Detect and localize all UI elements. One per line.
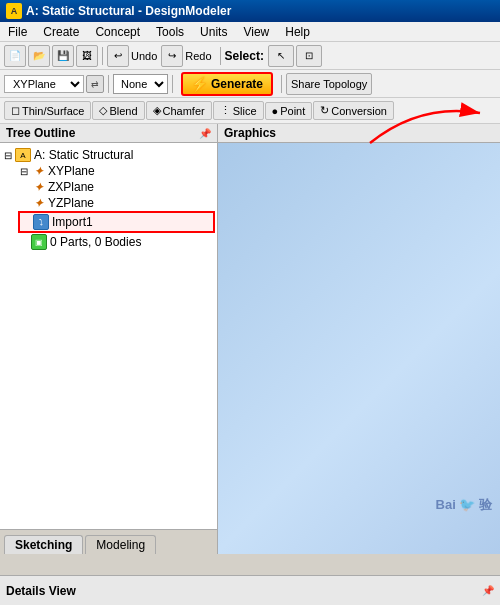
menu-bar: File Create Concept Tools Units View Hel… — [0, 22, 500, 42]
watermark: Bai 🐦 验 — [436, 496, 492, 514]
body-icon: ▣ — [31, 234, 47, 250]
conversion-icon: ↻ — [320, 104, 329, 117]
tree-item-root[interactable]: ⊟ A A: Static Structural — [2, 147, 215, 163]
new-btn[interactable]: 📄 — [4, 45, 26, 67]
tree-item-zxplane[interactable]: ⊟ ✦ ZXPlane — [18, 179, 215, 195]
bottom-tabs: Sketching Modeling — [0, 529, 217, 554]
tree-item-xyplane[interactable]: ⊟ ✦ XYPlane — [18, 163, 215, 179]
blend-icon: ◇ — [99, 104, 107, 117]
toolbar1: 📄 📂 💾 🖼 ↩ Undo ↪ Redo Select: ↖ ⊡ — [0, 42, 500, 70]
expand-icon: ⊟ — [4, 150, 12, 161]
tab-modeling[interactable]: Modeling — [85, 535, 156, 554]
slice-icon: ⋮ — [220, 104, 231, 117]
menu-units[interactable]: Units — [196, 24, 231, 40]
conversion-btn[interactable]: ↻ Conversion — [313, 101, 394, 120]
menu-create[interactable]: Create — [39, 24, 83, 40]
sep2 — [220, 47, 221, 65]
undo-label: Undo — [131, 50, 157, 62]
menu-concept[interactable]: Concept — [91, 24, 144, 40]
details-label: Details View — [6, 584, 76, 598]
tab-sketching[interactable]: Sketching — [4, 535, 83, 554]
slice-btn[interactable]: ⋮ Slice — [213, 101, 264, 120]
details-view: Details View 📌 — [0, 575, 500, 605]
sep1 — [102, 47, 103, 65]
generate-button[interactable]: ⚡ Generate — [181, 72, 273, 96]
bodies-label: 0 Parts, 0 Bodies — [50, 235, 141, 249]
expand-icon2: ⊟ — [20, 166, 28, 177]
share-topology-btn[interactable]: Share Topology — [286, 73, 372, 95]
none-selector[interactable]: None — [113, 74, 168, 94]
tree-panel: Tree Outline 📌 ⊟ A A: Static Structural … — [0, 124, 218, 554]
redo-btn[interactable]: ↪ — [161, 45, 183, 67]
menu-view[interactable]: View — [239, 24, 273, 40]
blend-btn[interactable]: ◇ Blend — [92, 101, 144, 120]
graphics-header: Graphics — [218, 124, 500, 143]
generate-label: Generate — [211, 77, 263, 91]
title-text: A: Static Structural - DesignModeler — [26, 4, 231, 18]
tree-item-import1[interactable]: ⊟ ⤵ Import1 — [18, 211, 215, 233]
open-btn[interactable]: 📂 — [28, 45, 50, 67]
title-bar: A A: Static Structural - DesignModeler — [0, 0, 500, 22]
import-icon: ⤵ — [33, 214, 49, 230]
graphics-title: Graphics — [224, 126, 276, 140]
tree-title: Tree Outline — [6, 126, 75, 140]
main-area: Tree Outline 📌 ⊟ A A: Static Structural … — [0, 124, 500, 554]
point-icon: ● — [272, 105, 279, 117]
app-icon: A — [6, 3, 22, 19]
tree-item-yzplane[interactable]: ⊟ ✦ YZPlane — [18, 195, 215, 211]
tree-content: ⊟ A A: Static Structural ⊟ ✦ XYPlane ⊟ ✦… — [0, 143, 217, 529]
root-folder-icon: A — [15, 148, 31, 162]
yzplane-label: YZPlane — [48, 196, 94, 210]
toolbar2: XYPlane ⇄ None ⚡ Generate Share Topology — [0, 70, 500, 98]
tree-item-bodies[interactable]: ⊟ ▣ 0 Parts, 0 Bodies — [18, 233, 215, 251]
select-label: Select: — [225, 49, 264, 63]
lightning-icon: ⚡ — [191, 76, 208, 92]
sep3 — [108, 75, 109, 93]
redo-label: Redo — [185, 50, 211, 62]
graphics-panel: Graphics Bai 🐦 验 — [218, 124, 500, 554]
save-btn[interactable]: 💾 — [52, 45, 74, 67]
details-collapse-btn[interactable]: 📌 — [482, 585, 494, 596]
plane-zx-icon: ✦ — [31, 180, 45, 194]
menu-tools[interactable]: Tools — [152, 24, 188, 40]
root-label: A: Static Structural — [34, 148, 133, 162]
xyplane-label: XYPlane — [48, 164, 95, 178]
tree-header: Tree Outline 📌 — [0, 124, 217, 143]
sep5 — [281, 75, 282, 93]
plane-xy-icon: ✦ — [31, 164, 45, 178]
menu-help[interactable]: Help — [281, 24, 314, 40]
thin-icon: ◻ — [11, 104, 20, 117]
import1-label: Import1 — [52, 215, 93, 229]
thin-surface-btn[interactable]: ◻ Thin/Surface — [4, 101, 91, 120]
tree-collapse-btn[interactable]: 📌 — [199, 128, 211, 139]
screenshot-btn[interactable]: 🖼 — [76, 45, 98, 67]
plane-arrows[interactable]: ⇄ — [86, 75, 104, 93]
sep4 — [172, 75, 173, 93]
select-mode2[interactable]: ⊡ — [296, 45, 322, 67]
undo-btn[interactable]: ↩ — [107, 45, 129, 67]
plane-selector[interactable]: XYPlane — [4, 75, 84, 93]
plane-yz-icon: ✦ — [31, 196, 45, 210]
chamfer-icon: ◈ — [153, 104, 161, 117]
chamfer-btn[interactable]: ◈ Chamfer — [146, 101, 212, 120]
select-mode1[interactable]: ↖ — [268, 45, 294, 67]
watermark-text: Bai 🐦 验 — [436, 497, 492, 512]
zxplane-label: ZXPlane — [48, 180, 94, 194]
toolbar3: ◻ Thin/Surface ◇ Blend ◈ Chamfer ⋮ Slice… — [0, 98, 500, 124]
point-btn[interactable]: ● Point — [265, 102, 313, 120]
menu-file[interactable]: File — [4, 24, 31, 40]
